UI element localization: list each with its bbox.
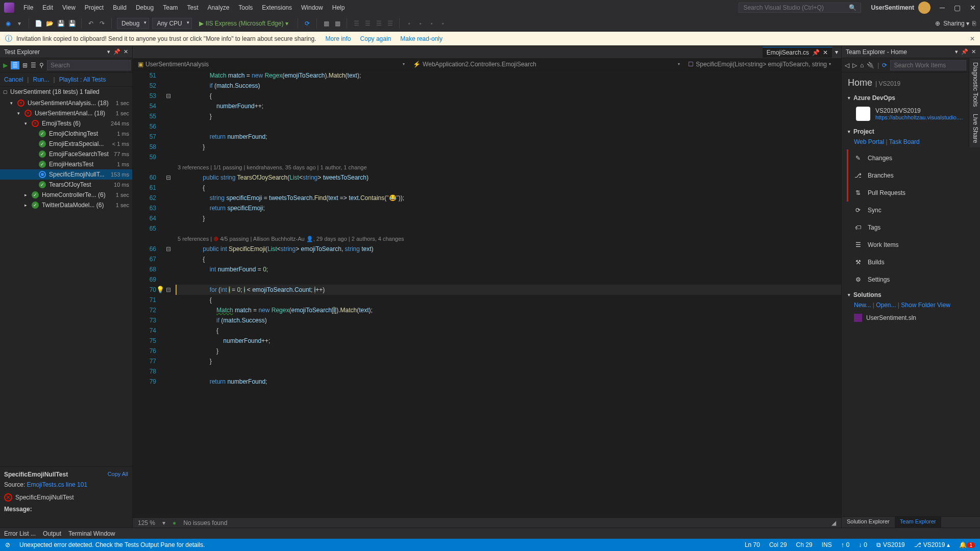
nav-back-icon[interactable]: ◉	[4, 19, 12, 28]
task-board-link[interactable]: Task Board	[889, 138, 920, 145]
tree-row[interactable]: SpecificEmojiNullT...153 ms	[0, 169, 132, 180]
tab-team-explorer[interactable]: Team Explorer	[895, 517, 941, 528]
status-pull[interactable]: ↓ 0	[859, 541, 867, 548]
save-icon[interactable]: 💾	[57, 19, 65, 28]
tree-row[interactable]: ✓EmojiExtraSpecial...< 1 ms	[0, 139, 132, 149]
toolbar-icon-a[interactable]: ⊞	[22, 62, 28, 69]
action-tags[interactable]: 🏷Tags	[847, 219, 975, 236]
make-readonly-link[interactable]: Make read-only	[400, 35, 443, 42]
menu-edit[interactable]: Edit	[38, 2, 57, 13]
group-by-icon[interactable]: ☰	[11, 61, 19, 69]
menu-help[interactable]: Help	[328, 2, 349, 13]
toolbar-icon-b[interactable]: ☰	[31, 62, 36, 69]
crumb-project[interactable]: ▣ UserSentimentAnalysis	[138, 61, 410, 68]
platform-dropdown[interactable]: Any CPU	[152, 18, 191, 29]
solutions-section[interactable]: Solutions	[842, 288, 980, 302]
zoom-level[interactable]: 125 %	[138, 519, 155, 527]
action-branches[interactable]: ⎇Branches	[847, 167, 975, 184]
te-home-icon[interactable]: ⌂	[860, 62, 864, 69]
menu-team[interactable]: Team	[159, 2, 182, 13]
tab-overflow-icon[interactable]: ▾	[832, 48, 841, 56]
panel-pin-icon[interactable]: 📌	[113, 48, 120, 55]
te-close-icon[interactable]: ✕	[971, 48, 976, 55]
tree-row[interactable]: ✓TearsOfJoyTest10 ms	[0, 180, 132, 190]
menu-view[interactable]: View	[58, 2, 80, 13]
new-solution-link[interactable]: New...	[854, 302, 871, 309]
nav-fwd-icon[interactable]: ▾	[15, 19, 23, 28]
menu-project[interactable]: Project	[81, 2, 108, 13]
te-back-icon[interactable]: ◁	[845, 62, 849, 69]
run-link[interactable]: Run...	[33, 76, 49, 83]
te-pin-icon[interactable]: 📌	[961, 48, 968, 55]
side-tab-liveshare[interactable]: Live Share	[970, 114, 979, 143]
te-refresh-icon[interactable]: ⟳	[882, 62, 887, 69]
source-link[interactable]: EmojiTests.cs line 101	[27, 481, 87, 488]
tree-row[interactable]: ✓EmojiHeartsTest1 ms	[0, 159, 132, 169]
work-items-search[interactable]	[890, 60, 966, 70]
tree-row[interactable]: ✓EmojiFaceSearchTest77 ms	[0, 149, 132, 159]
menu-analyze[interactable]: Analyze	[204, 2, 234, 13]
close-button[interactable]: ✕	[970, 4, 976, 12]
tree-row[interactable]: ▾✕UserSentimentAnal... (18)1 sec	[0, 108, 132, 118]
status-push[interactable]: ↑ 0	[841, 541, 850, 548]
maximize-button[interactable]: ▢	[954, 4, 961, 12]
save-all-icon[interactable]: 💾	[68, 19, 76, 28]
tree-row[interactable]: ▸✓HomeControllerTe... (6)1 sec	[0, 190, 132, 200]
project-section[interactable]: Project	[842, 125, 980, 138]
filter-icon[interactable]: ⚲	[39, 62, 44, 69]
open-file-icon[interactable]: 📂	[45, 19, 54, 28]
cancel-link[interactable]: Cancel	[4, 76, 23, 83]
action-changes[interactable]: ✎Changes	[847, 149, 975, 167]
te-plug-icon[interactable]: 🔌	[867, 62, 874, 69]
test-root[interactable]: ▢ UserSentiment (18 tests) 1 failed	[0, 87, 132, 97]
menu-file[interactable]: File	[19, 2, 37, 13]
toolbar-icon-1[interactable]: ▦	[322, 19, 330, 28]
menu-extensions[interactable]: Extensions	[258, 2, 296, 13]
tab-pin-icon[interactable]: 📌	[812, 49, 820, 56]
new-file-icon[interactable]: 📄	[34, 19, 42, 28]
toolbar-icon-2[interactable]: ▦	[333, 19, 341, 28]
devops-url[interactable]: https://abuchholtzau.visualstudio....	[875, 114, 963, 120]
minimize-button[interactable]: ─	[940, 4, 945, 12]
panel-dropdown-icon[interactable]: ▾	[107, 48, 110, 55]
run-all-icon[interactable]: ▶	[3, 62, 8, 69]
live-share-icon[interactable]: ⎘	[972, 20, 976, 27]
code-editor[interactable]: 5152535455565758596061626364656667686970…	[133, 70, 841, 517]
sharing-dropdown[interactable]: Sharing ▾	[943, 20, 969, 27]
copy-again-link[interactable]: Copy again	[360, 35, 391, 42]
te-dropdown-icon[interactable]: ▾	[955, 48, 958, 55]
te-fwd-icon[interactable]: ▷	[852, 62, 857, 69]
solution-file-item[interactable]: UserSentiment.sln	[842, 312, 980, 324]
action-sync[interactable]: ⟳Sync	[847, 202, 975, 219]
user-avatar[interactable]	[918, 2, 930, 14]
editor-tab[interactable]: EmojiSearch.cs 📌 ✕	[763, 47, 832, 58]
web-portal-link[interactable]: Web Portal	[854, 138, 884, 145]
more-info-link[interactable]: More info	[326, 35, 351, 42]
side-tab-diagnostic[interactable]: Diagnostic Tools	[970, 62, 979, 107]
action-pull-requests[interactable]: ⇅Pull Requests	[847, 184, 975, 202]
action-work-items[interactable]: ☰Work Items	[847, 236, 975, 254]
tree-row[interactable]: ▾✕UserSentimentAnalysis... (18)1 sec	[0, 98, 132, 108]
config-dropdown[interactable]: Debug	[117, 18, 149, 29]
copy-all-link[interactable]: Copy All	[108, 471, 128, 478]
action-builds[interactable]: ⚒Builds	[847, 254, 975, 271]
tree-row[interactable]: ▸✓TwitterDataModel... (6)1 sec	[0, 200, 132, 210]
bottom-tab-output[interactable]: Output	[43, 530, 61, 537]
playlist-link[interactable]: Playlist : All Tests	[59, 76, 106, 83]
tree-row[interactable]: ▾✕EmojiTests (6)244 ms	[0, 118, 132, 129]
redo-icon[interactable]: ↷	[98, 19, 106, 28]
tree-row[interactable]: ✓EmojiClothingTest1 ms	[0, 129, 132, 139]
action-settings[interactable]: ⚙Settings	[847, 271, 975, 288]
tab-close-icon[interactable]: ✕	[823, 49, 828, 56]
tab-solution-explorer[interactable]: Solution Explorer	[842, 517, 895, 528]
menu-build[interactable]: Build	[109, 2, 131, 13]
notification-close[interactable]: ✕	[970, 35, 975, 42]
show-folder-link[interactable]: Show Folder View	[901, 302, 950, 309]
quick-search-input[interactable]	[739, 3, 861, 13]
menu-test[interactable]: Test	[183, 2, 203, 13]
menu-tools[interactable]: Tools	[234, 2, 257, 13]
crumb-member[interactable]: ☐ SpecificEmoji(List<string> emojiToSear…	[688, 61, 836, 68]
panel-close-icon[interactable]: ✕	[124, 48, 128, 55]
status-repo[interactable]: ⧉ VS2019	[876, 541, 905, 548]
bottom-tab-errorlist[interactable]: Error List ...	[4, 530, 36, 537]
